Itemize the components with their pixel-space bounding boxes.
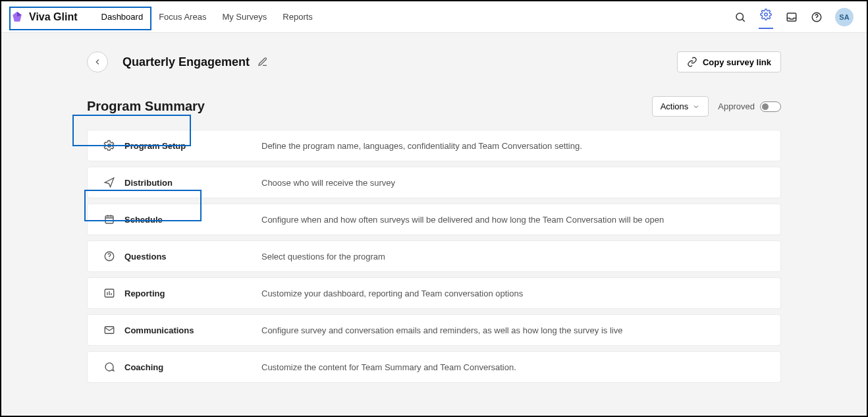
calendar-icon: [103, 213, 115, 225]
section-title: Program Summary: [87, 99, 205, 114]
avatar[interactable]: SA: [835, 8, 854, 26]
nav-dashboard[interactable]: Dashboard: [101, 12, 144, 22]
card-desc: Configure when and how often surveys wil…: [261, 215, 664, 225]
card-distribution[interactable]: Distribution Choose who will receive the…: [87, 167, 781, 198]
section-header: Program Summary Actions Approved: [1, 88, 867, 130]
actions-label: Actions: [661, 101, 689, 111]
svg-point-9: [109, 258, 109, 259]
brand[interactable]: Viva Glint: [11, 11, 78, 24]
approved-toggle[interactable]: [760, 101, 781, 112]
card-title: Communications: [124, 325, 261, 335]
svg-rect-3: [787, 13, 796, 21]
svg-point-2: [765, 13, 768, 16]
card-desc: Customize the content for Team Summary a…: [261, 362, 516, 372]
card-desc: Customize your dashboard, reporting and …: [261, 289, 523, 298]
nav-links: Dashboard Focus Areas My Surveys Reports: [101, 12, 313, 22]
card-title: Questions: [124, 252, 261, 262]
approved-label: Approved: [718, 101, 755, 111]
card-title: Coaching: [124, 362, 261, 372]
svg-point-5: [816, 19, 817, 20]
card-schedule[interactable]: Schedule Configure when and how often su…: [87, 204, 781, 235]
nav-my-surveys[interactable]: My Surveys: [222, 12, 267, 22]
question-icon: [103, 250, 115, 262]
mail-icon: [103, 324, 115, 336]
chat-icon: [103, 361, 115, 373]
top-nav: Viva Glint Dashboard Focus Areas My Surv…: [1, 1, 867, 33]
card-questions[interactable]: Questions Select questions for the progr…: [87, 240, 781, 272]
search-icon[interactable]: [734, 11, 747, 24]
nav-reports[interactable]: Reports: [283, 12, 313, 22]
card-desc: Select questions for the program: [261, 252, 385, 262]
page-title: Quarterly Engagement: [122, 55, 250, 69]
copy-survey-link-label: Copy survey link: [703, 57, 771, 67]
send-icon: [103, 177, 115, 188]
card-reporting[interactable]: Reporting Customize your dashboard, repo…: [87, 277, 781, 309]
card-title: Distribution: [124, 178, 261, 188]
settings-icon[interactable]: [759, 5, 773, 29]
nav-focus-areas[interactable]: Focus Areas: [159, 12, 206, 22]
card-communications[interactable]: Communications Configure survey and conv…: [87, 314, 781, 346]
chart-icon: [103, 287, 115, 299]
brand-name: Viva Glint: [29, 11, 78, 23]
page-header: Quarterly Engagement Copy survey link: [1, 33, 867, 88]
brand-logo-icon: [11, 11, 24, 24]
link-icon: [687, 57, 697, 67]
svg-rect-7: [105, 216, 113, 223]
actions-dropdown[interactable]: Actions: [652, 96, 709, 117]
chevron-down-icon: [692, 103, 700, 111]
edit-icon[interactable]: [258, 57, 268, 67]
svg-point-6: [108, 144, 111, 148]
card-coaching[interactable]: Coaching Customize the content for Team …: [87, 351, 781, 383]
card-title: Schedule: [124, 215, 261, 225]
card-title: Program Setup: [124, 141, 261, 151]
copy-survey-link-button[interactable]: Copy survey link: [677, 51, 781, 72]
summary-cards: Program Setup Define the program name, l…: [1, 130, 867, 383]
gear-icon: [103, 140, 115, 152]
card-desc: Define the program name, languages, conf…: [261, 141, 582, 151]
card-title: Reporting: [124, 289, 261, 298]
back-button[interactable]: [87, 51, 108, 72]
nav-right: SA: [734, 5, 854, 29]
svg-line-1: [742, 19, 744, 21]
inbox-icon[interactable]: [785, 11, 798, 24]
card-program-setup[interactable]: Program Setup Define the program name, l…: [87, 130, 781, 161]
help-icon[interactable]: [810, 11, 823, 24]
svg-point-0: [736, 13, 744, 20]
content: Quarterly Engagement Copy survey link Pr…: [1, 33, 867, 416]
card-desc: Choose who will receive the survey: [261, 178, 395, 188]
card-desc: Configure survey and conversation emails…: [261, 325, 622, 335]
